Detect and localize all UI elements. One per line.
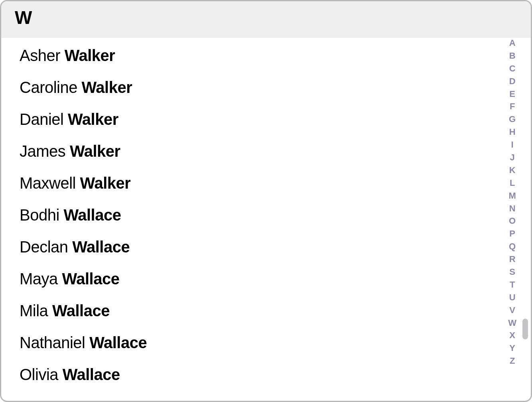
contact-first-name: Olivia [20,366,58,383]
index-letter-y[interactable]: Y [509,343,515,353]
contact-first-name: James [20,142,65,160]
contact-last-name: Wallace [62,270,119,288]
contact-row[interactable]: Nathaniel Wallace [20,327,531,359]
index-letter-v[interactable]: V [509,305,515,315]
index-letter-d[interactable]: D [509,76,516,87]
contact-last-name: Wallace [63,366,120,383]
contact-last-name: Walker [68,110,118,128]
contact-row[interactable]: Asher Walker [20,39,531,71]
index-letter-x[interactable]: X [509,330,515,341]
section-letter: W [15,7,32,28]
contact-first-name: Maxwell [20,174,76,192]
contact-row[interactable]: Maya Wallace [20,263,531,295]
alphabet-index[interactable]: A B C D E F G H I J K L M N O P Q R S T … [508,38,516,367]
contact-row[interactable]: Mila Wallace [20,295,531,327]
contact-first-name: Declan [20,238,68,256]
contact-last-name: Wallace [52,302,110,319]
contact-row[interactable]: Olivia Wallace [20,359,531,390]
contact-first-name: Nathaniel [20,334,85,351]
index-letter-i[interactable]: I [511,140,514,150]
contact-first-name: Daniel [20,110,63,128]
index-letter-n[interactable]: N [509,203,516,214]
contact-last-name: Walker [82,79,132,96]
contact-last-name: Wallace [72,238,130,256]
index-letter-r[interactable]: R [509,254,516,264]
index-letter-w[interactable]: W [508,318,516,328]
contact-row[interactable]: Maxwell Walker [20,167,531,199]
scrollbar-track[interactable] [522,4,529,398]
scrollbar-thumb[interactable] [522,319,528,339]
index-letter-e[interactable]: E [509,89,515,99]
index-letter-z[interactable]: Z [510,356,515,366]
index-letter-m[interactable]: M [508,191,516,201]
contact-first-name: Caroline [20,79,77,96]
contact-list[interactable]: Asher Walker Caroline Walker Daniel Walk… [1,38,531,390]
index-letter-h[interactable]: H [509,127,516,137]
app-frame: W Asher Walker Caroline Walker Daniel Wa… [0,0,532,402]
index-letter-j[interactable]: J [510,152,514,163]
index-letter-s[interactable]: S [509,267,515,277]
index-letter-u[interactable]: U [509,292,516,303]
contact-last-name: Wallace [89,334,147,351]
index-letter-a[interactable]: A [509,38,516,48]
contact-row[interactable]: Daniel Walker [20,103,531,135]
index-letter-p[interactable]: P [509,229,515,239]
contact-row[interactable]: Bodhi Wallace [20,199,531,231]
section-header: W [1,1,531,38]
contact-first-name: Bodhi [20,206,59,224]
contact-first-name: Mila [20,302,48,319]
contact-last-name: Walker [80,174,131,192]
index-letter-t[interactable]: T [510,280,515,290]
contact-row[interactable]: James Walker [20,135,531,167]
index-letter-o[interactable]: O [509,216,516,226]
contact-first-name: Maya [20,270,58,288]
index-letter-c[interactable]: C [509,63,516,74]
contact-first-name: Asher [20,47,60,64]
index-letter-g[interactable]: G [509,114,516,124]
contact-last-name: Walker [70,142,120,160]
index-letter-q[interactable]: Q [509,241,516,252]
contact-last-name: Walker [65,47,115,64]
index-letter-f[interactable]: F [510,101,515,112]
index-letter-l[interactable]: L [510,178,515,188]
contact-row[interactable]: Caroline Walker [20,71,531,103]
index-letter-b[interactable]: B [509,51,516,61]
contact-last-name: Wallace [63,206,121,224]
contact-row[interactable]: Declan Wallace [20,231,531,263]
index-letter-k[interactable]: K [509,165,516,175]
